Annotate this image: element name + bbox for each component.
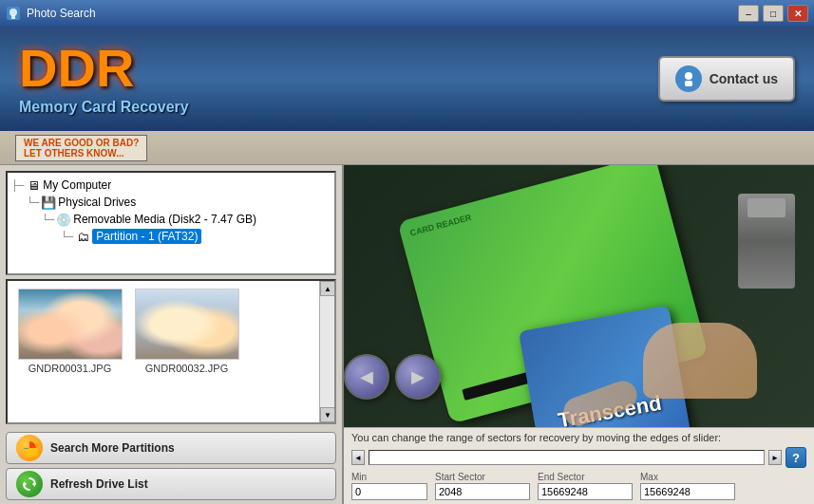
refresh-drive-label: Refresh Drive List	[50, 477, 148, 491]
svg-marker-6	[24, 481, 27, 487]
photo2-preview	[136, 289, 238, 359]
removable-icon: 💿	[56, 212, 71, 227]
scroll-up-arrow[interactable]: ▲	[320, 281, 335, 296]
tree-label-physicaldrives: Physical Drives	[58, 196, 136, 209]
thumb-label-2: GNDR00032.JPG	[145, 363, 228, 374]
sector-description: You can change the range of sectors for …	[351, 432, 806, 443]
photo1-preview	[19, 289, 122, 359]
title-bar-left: Photo Search	[6, 6, 96, 21]
start-label: Start Sector	[435, 472, 530, 482]
drive-icon: 💾	[41, 195, 56, 210]
slider-right-arrow[interactable]: ►	[768, 450, 782, 465]
window-title: Photo Search	[27, 7, 96, 20]
reader-label: CARD READER	[409, 213, 473, 238]
usb-connector	[748, 198, 786, 217]
tree-label-partition: Partition - 1 (FAT32)	[92, 229, 201, 244]
tree-label-mycomputer: My Computer	[43, 178, 111, 192]
max-group: Max	[640, 472, 735, 500]
search-partitions-button[interactable]: Search More Partitions	[6, 432, 336, 464]
thumb-image-2	[135, 289, 239, 360]
thumb-item-1[interactable]: GNDR00031.JPG	[15, 289, 124, 374]
app-icon	[6, 6, 21, 21]
tree-connector2: └─	[27, 196, 39, 209]
tree-item-mycomputer[interactable]: ├─ 🖥 My Computer	[11, 177, 331, 194]
thumb-label-1: GNDR00031.JPG	[28, 363, 111, 374]
maximize-button[interactable]: □	[763, 5, 784, 22]
thumb-item-2[interactable]: GNDR00032.JPG	[132, 289, 241, 374]
next-button[interactable]: ▶	[395, 354, 441, 400]
banner: WE ARE GOOD OR BAD? LET OTHERS KNOW...	[0, 131, 814, 165]
search-partitions-label: Search More Partitions	[50, 441, 175, 455]
refresh-drive-icon	[16, 471, 43, 497]
svg-point-3	[685, 72, 692, 80]
max-label: Max	[640, 472, 735, 482]
slider-track[interactable]	[369, 450, 765, 465]
header-left: DDR Memory Card Recovery	[19, 42, 189, 116]
tree-item-removable[interactable]: └─ 💿 Removable Media (Disk2 - 7.47 GB)	[11, 211, 331, 228]
end-sector-input[interactable]	[538, 483, 633, 500]
usb-plug	[738, 194, 795, 289]
header: DDR Memory Card Recovery Contact us	[0, 27, 814, 131]
minimize-button[interactable]: –	[738, 5, 759, 22]
tree-connector3: └─	[42, 214, 54, 226]
start-group: Start Sector	[435, 472, 530, 500]
thumbnail-panel[interactable]: GNDR00031.JPG GNDR00032.JPG ▲ ▼	[6, 279, 336, 424]
hand-hint	[643, 323, 757, 399]
tree-label-removable: Removable Media (Disk2 - 7.47 GB)	[73, 213, 256, 226]
partition-icon: 🗂	[75, 229, 90, 244]
thumb-scrollbar[interactable]: ▲ ▼	[319, 281, 334, 422]
svg-rect-2	[11, 15, 15, 19]
tree-connector4: └─	[61, 231, 73, 243]
banner-box: WE ARE GOOD OR BAD? LET OTHERS KNOW...	[15, 135, 147, 161]
min-group: Min	[351, 472, 427, 500]
left-panel: ├─ 🖥 My Computer └─ 💾 Physical Drives └─…	[0, 165, 344, 504]
tree-item-physicaldrives[interactable]: └─ 💾 Physical Drives	[11, 194, 331, 211]
tree-view[interactable]: ├─ 🖥 My Computer └─ 💾 Physical Drives └─…	[6, 171, 336, 275]
close-button[interactable]: ✕	[787, 5, 808, 22]
thumb-image-1	[18, 289, 123, 360]
search-partitions-icon	[16, 435, 43, 461]
svg-rect-4	[685, 81, 692, 86]
start-sector-input[interactable]	[435, 483, 530, 500]
tree-item-partition[interactable]: └─ 🗂 Partition - 1 (FAT32)	[11, 228, 331, 245]
help-button[interactable]: ?	[786, 447, 806, 468]
refresh-drive-button[interactable]: Refresh Drive List	[6, 468, 336, 500]
contact-icon	[675, 65, 702, 92]
min-input[interactable]	[351, 483, 427, 500]
phone-icon	[680, 70, 697, 87]
scroll-down-arrow[interactable]: ▼	[320, 407, 335, 422]
slider-left-arrow[interactable]: ◄	[351, 450, 365, 465]
right-panel: CARD READER Transcend You can change the…	[344, 165, 814, 504]
slider-row: ◄ ► ?	[351, 447, 806, 468]
end-group: End Sector	[538, 472, 633, 500]
title-bar: Photo Search – □ ✕	[0, 0, 814, 27]
banner-line2: LET OTHERS KNOW...	[24, 148, 139, 159]
banner-line1: WE ARE GOOD OR BAD?	[24, 138, 139, 148]
prev-button[interactable]: ◀	[344, 354, 389, 400]
app-subtitle: Memory Card Recovery	[19, 99, 189, 116]
main-content: ├─ 🖥 My Computer └─ 💾 Physical Drives └─…	[0, 165, 814, 504]
ddr-logo: DDR	[19, 42, 189, 95]
tree-connector: ├─	[11, 179, 24, 192]
min-label: Min	[351, 472, 427, 482]
contact-button[interactable]: Contact us	[658, 56, 795, 102]
svg-point-1	[9, 9, 17, 16]
max-input[interactable]	[640, 483, 735, 500]
values-row: Min Start Sector End Sector Max	[351, 472, 806, 500]
bottom-buttons: Search More Partitions Refresh Drive Lis…	[0, 428, 342, 504]
title-bar-controls: – □ ✕	[738, 5, 808, 22]
pie-chart-icon	[21, 439, 38, 457]
contact-label: Contact us	[710, 71, 778, 86]
bottom-controls: You can change the range of sectors for …	[344, 427, 814, 504]
computer-icon: 🖥	[26, 177, 41, 193]
refresh-icon	[21, 476, 38, 493]
nav-buttons: ◀ ▶	[344, 354, 441, 400]
svg-marker-5	[32, 481, 35, 487]
end-label: End Sector	[538, 472, 633, 482]
